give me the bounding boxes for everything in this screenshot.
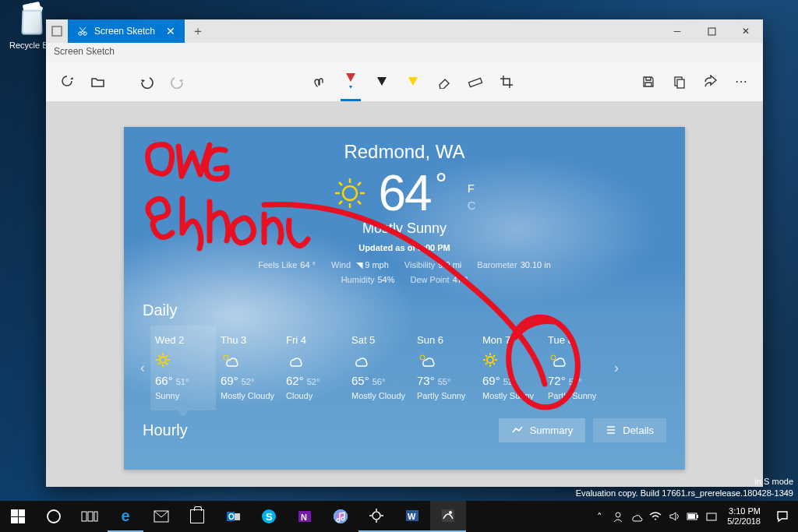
window-subtitle: Screen Sketch [46,43,763,62]
weather-screenshot: Redmond, WA 64° FC Mostly Sunny Updated … [124,127,685,470]
tab-close-icon[interactable]: ✕ [166,25,175,37]
svg-point-16 [160,357,166,363]
day-card-sat[interactable]: Sat 5 65°56° Mostly Cloudy [347,326,412,410]
svg-rect-6 [677,79,684,88]
details-icon [606,425,616,435]
outlook-taskbar-button[interactable]: O [215,501,251,532]
save-button[interactable] [637,70,660,93]
cloud-icon [286,352,342,369]
svg-rect-0 [52,26,62,36]
day-card-thu[interactable]: Thu 3 69°52° Mostly Cloudy [216,326,281,410]
svg-rect-63 [442,509,454,522]
day-card-fri[interactable]: Fri 4 62°52° Cloudy [281,326,347,410]
onenote-taskbar-button[interactable]: N [287,501,323,532]
build-watermark: in S mode Evaluation copy. Build 17661.r… [576,476,793,499]
svg-line-23 [158,363,160,365]
power-icon[interactable] [683,501,702,532]
input-lang-icon[interactable] [702,501,721,532]
copy-button[interactable] [668,70,691,93]
mail-taskbar-button[interactable] [143,501,179,532]
tab-title: Screen Sketch [94,26,155,37]
maximize-button[interactable] [694,19,729,43]
start-button[interactable] [0,501,36,532]
redo-button[interactable] [166,70,189,93]
svg-point-42 [48,510,60,523]
pen-black-button[interactable] [370,70,394,93]
weather-units[interactable]: FC [468,180,476,214]
task-view-button[interactable] [72,501,108,532]
touch-writing-button[interactable] [308,70,331,93]
svg-rect-45 [94,512,97,521]
svg-text:W: W [408,512,416,521]
action-center-button[interactable] [767,501,798,532]
itunes-taskbar-button[interactable] [323,501,358,532]
svg-line-15 [358,182,361,185]
svg-line-33 [493,363,495,365]
weather-stats: Feels Like64 ° Wind ◥ 9 mph Visibility9.… [225,260,584,284]
taskbar-clock[interactable]: 3:10 PM 5/2/2018 [721,506,767,527]
screen-sketch-window: Screen Sketch ✕ ＋ ─ ✕ Screen Sketch ▾ [46,19,763,487]
svg-point-64 [449,511,452,514]
summary-button[interactable]: Summary [499,418,586,442]
day-card-mon[interactable]: Mon 7 69°52° Mostly Sunny [478,326,543,410]
active-tab[interactable]: Screen Sketch ✕ [68,19,185,43]
partly-cloudy-icon [417,352,473,369]
store-icon [190,509,204,523]
svg-text:O: O [228,513,235,521]
weather-temp: 64° [378,164,445,222]
edge-icon: e [121,507,129,525]
canvas-area[interactable]: Redmond, WA 64° FC Mostly Sunny Updated … [46,102,763,487]
new-tab-button[interactable]: ＋ [185,19,211,43]
undo-button[interactable] [135,70,158,93]
store-taskbar-button[interactable] [179,501,215,532]
minimize-button[interactable]: ─ [660,19,694,43]
weather-taskbar-button[interactable] [358,501,394,532]
svg-rect-49 [235,513,240,520]
sketch-page: Redmond, WA 64° FC Mostly Sunny Updated … [124,127,685,470]
svg-line-32 [486,355,487,357]
windows-logo-icon [11,509,25,523]
wifi-icon[interactable] [646,501,665,532]
system-tray: ˄ 3:10 PM 5/2/2018 [590,501,798,532]
svg-line-22 [166,363,168,365]
taskbar: e O S N W ˄ 3:10 PM 5/2/2018 [0,501,798,532]
daily-heading: Daily [124,284,685,326]
svg-point-25 [224,355,228,360]
skype-taskbar-button[interactable]: S [251,501,287,532]
tray-overflow-button[interactable]: ˄ [590,501,609,532]
word-taskbar-button[interactable]: W [394,501,430,532]
daily-forecast-row: ‹ Wed 2 66°51° Sunny Thu 3 69°52° Mostly… [124,326,685,410]
highlighter-button[interactable] [401,70,425,93]
sun-large-icon [333,176,367,210]
screen-sketch-taskbar-button[interactable] [430,501,466,532]
cortana-button[interactable] [36,501,72,532]
people-icon[interactable] [609,501,627,532]
day-card-sun[interactable]: Sun 6 73°55° Partly Sunny [412,326,478,410]
pen-red-button[interactable]: ▾ [339,70,362,93]
share-button[interactable] [699,70,722,93]
hourly-heading: Hourly [143,421,188,439]
day-card-wed[interactable]: Wed 2 66°51° Sunny [150,326,216,410]
open-button[interactable] [87,70,110,93]
daily-next-button[interactable]: › [609,326,624,410]
day-card-tue[interactable]: Tue 8 72°54° Partly Sunny [543,326,609,410]
daily-prev-button[interactable]: ‹ [135,326,150,410]
weather-updated: Updated as of 3:00 PM [124,243,685,252]
details-button[interactable]: Details [593,418,666,442]
onedrive-icon[interactable] [627,501,646,532]
ruler-button[interactable] [464,70,487,93]
svg-text:S: S [266,511,273,523]
recycle-bin-icon [14,3,50,39]
partly-cloudy-icon [221,352,277,369]
edge-taskbar-button[interactable]: e [108,501,143,532]
partly-cloudy-icon [548,352,604,369]
crop-button[interactable] [495,70,518,93]
close-window-button[interactable]: ✕ [729,19,763,43]
toolbar: ▾ ⋯ [46,62,763,102]
volume-icon[interactable] [665,501,683,532]
svg-rect-43 [82,512,87,521]
eraser-button[interactable] [433,70,456,93]
more-button[interactable]: ⋯ [730,70,754,93]
svg-rect-69 [707,513,716,520]
new-snip-button[interactable] [55,70,79,93]
